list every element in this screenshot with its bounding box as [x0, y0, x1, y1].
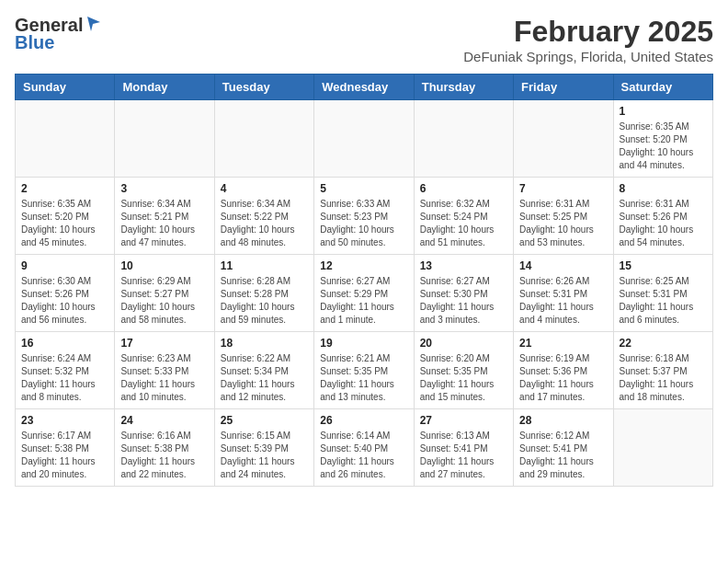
calendar-cell: 16Sunrise: 6:24 AM Sunset: 5:32 PM Dayli…: [16, 332, 115, 409]
day-info: Sunrise: 6:16 AM Sunset: 5:38 PM Dayligh…: [120, 430, 208, 481]
day-number: 14: [519, 259, 607, 272]
calendar-week-row: 2Sunrise: 6:35 AM Sunset: 5:20 PM Daylig…: [16, 178, 713, 255]
day-of-week-header: Wednesday: [314, 75, 414, 100]
day-info: Sunrise: 6:31 AM Sunset: 5:25 PM Dayligh…: [519, 198, 607, 249]
day-info: Sunrise: 6:23 AM Sunset: 5:33 PM Dayligh…: [120, 352, 208, 404]
day-number: 11: [221, 259, 308, 272]
calendar-cell: [314, 100, 414, 178]
day-number: 2: [21, 182, 108, 195]
day-info: Sunrise: 6:26 AM Sunset: 5:31 PM Dayligh…: [519, 275, 607, 327]
day-of-week-header: Monday: [115, 75, 214, 100]
day-number: 12: [320, 259, 407, 272]
day-of-week-header: Saturday: [613, 75, 712, 100]
svg-marker-0: [87, 17, 100, 31]
calendar-cell: 19Sunrise: 6:21 AM Sunset: 5:35 PM Dayli…: [314, 332, 414, 409]
day-number: 3: [120, 182, 208, 195]
day-info: Sunrise: 6:30 AM Sunset: 5:26 PM Dayligh…: [21, 275, 108, 327]
calendar-cell: 12Sunrise: 6:27 AM Sunset: 5:29 PM Dayli…: [314, 255, 414, 332]
day-of-week-header: Thursday: [414, 75, 513, 100]
day-info: Sunrise: 6:34 AM Sunset: 5:22 PM Dayligh…: [221, 198, 308, 249]
calendar-cell: 11Sunrise: 6:28 AM Sunset: 5:28 PM Dayli…: [214, 255, 313, 332]
day-number: 22: [620, 337, 707, 350]
calendar-cell: 27Sunrise: 6:13 AM Sunset: 5:41 PM Dayli…: [414, 409, 513, 487]
calendar-table: SundayMondayTuesdayWednesdayThursdayFrid…: [15, 74, 713, 487]
calendar-cell: 10Sunrise: 6:29 AM Sunset: 5:27 PM Dayli…: [115, 255, 214, 332]
calendar-cell: 5Sunrise: 6:33 AM Sunset: 5:23 PM Daylig…: [314, 178, 414, 255]
day-info: Sunrise: 6:28 AM Sunset: 5:28 PM Dayligh…: [221, 275, 308, 327]
logo-blue: Blue: [15, 32, 54, 53]
day-number: 20: [420, 337, 507, 350]
calendar-cell: 13Sunrise: 6:27 AM Sunset: 5:30 PM Dayli…: [414, 255, 513, 332]
day-number: 19: [320, 337, 407, 350]
calendar-cell: 21Sunrise: 6:19 AM Sunset: 5:36 PM Dayli…: [514, 332, 613, 409]
calendar-header-row: SundayMondayTuesdayWednesdayThursdayFrid…: [16, 75, 713, 100]
day-number: 24: [120, 414, 208, 427]
calendar-cell: 25Sunrise: 6:15 AM Sunset: 5:39 PM Dayli…: [214, 409, 313, 487]
day-number: 27: [420, 414, 507, 427]
calendar-cell: 22Sunrise: 6:18 AM Sunset: 5:37 PM Dayli…: [613, 332, 712, 409]
calendar-week-row: 16Sunrise: 6:24 AM Sunset: 5:32 PM Dayli…: [16, 332, 713, 409]
day-number: 18: [221, 337, 308, 350]
calendar-cell: 1Sunrise: 6:35 AM Sunset: 5:20 PM Daylig…: [613, 100, 712, 178]
day-of-week-header: Tuesday: [214, 75, 313, 100]
calendar-cell: 24Sunrise: 6:16 AM Sunset: 5:38 PM Dayli…: [115, 409, 214, 487]
day-info: Sunrise: 6:33 AM Sunset: 5:23 PM Dayligh…: [320, 198, 407, 249]
calendar-cell: [514, 100, 613, 178]
main-title: February 2025: [463, 15, 713, 49]
day-info: Sunrise: 6:29 AM Sunset: 5:27 PM Dayligh…: [120, 275, 208, 327]
day-number: 4: [221, 182, 308, 195]
calendar-cell: 9Sunrise: 6:30 AM Sunset: 5:26 PM Daylig…: [16, 255, 115, 332]
day-of-week-header: Sunday: [16, 75, 115, 100]
day-info: Sunrise: 6:19 AM Sunset: 5:36 PM Dayligh…: [519, 352, 607, 404]
calendar-cell: 7Sunrise: 6:31 AM Sunset: 5:25 PM Daylig…: [514, 178, 613, 255]
page-header: General Blue February 2025 DeFuniak Spri…: [15, 15, 713, 64]
day-info: Sunrise: 6:27 AM Sunset: 5:29 PM Dayligh…: [320, 275, 407, 327]
day-info: Sunrise: 6:20 AM Sunset: 5:35 PM Dayligh…: [420, 352, 507, 404]
day-number: 15: [620, 259, 707, 272]
day-of-week-header: Friday: [514, 75, 613, 100]
calendar-cell: 26Sunrise: 6:14 AM Sunset: 5:40 PM Dayli…: [314, 409, 414, 487]
calendar-week-row: 9Sunrise: 6:30 AM Sunset: 5:26 PM Daylig…: [16, 255, 713, 332]
calendar-cell: 6Sunrise: 6:32 AM Sunset: 5:24 PM Daylig…: [414, 178, 513, 255]
calendar-cell: 8Sunrise: 6:31 AM Sunset: 5:26 PM Daylig…: [613, 178, 712, 255]
day-number: 8: [620, 182, 707, 195]
calendar-cell: [414, 100, 513, 178]
calendar-cell: [214, 100, 313, 178]
day-info: Sunrise: 6:13 AM Sunset: 5:41 PM Dayligh…: [420, 430, 507, 481]
day-number: 25: [221, 414, 308, 427]
day-number: 6: [420, 182, 507, 195]
day-info: Sunrise: 6:18 AM Sunset: 5:37 PM Dayligh…: [620, 352, 707, 404]
day-number: 10: [120, 259, 208, 272]
calendar-cell: 4Sunrise: 6:34 AM Sunset: 5:22 PM Daylig…: [214, 178, 313, 255]
day-info: Sunrise: 6:14 AM Sunset: 5:40 PM Dayligh…: [320, 430, 407, 481]
day-info: Sunrise: 6:32 AM Sunset: 5:24 PM Dayligh…: [420, 198, 507, 249]
day-number: 21: [519, 337, 607, 350]
calendar-cell: 14Sunrise: 6:26 AM Sunset: 5:31 PM Dayli…: [514, 255, 613, 332]
day-info: Sunrise: 6:12 AM Sunset: 5:41 PM Dayligh…: [519, 430, 607, 481]
calendar-cell: 3Sunrise: 6:34 AM Sunset: 5:21 PM Daylig…: [115, 178, 214, 255]
day-info: Sunrise: 6:21 AM Sunset: 5:35 PM Dayligh…: [320, 352, 407, 404]
day-number: 23: [21, 414, 108, 427]
day-info: Sunrise: 6:22 AM Sunset: 5:34 PM Dayligh…: [221, 352, 308, 404]
day-info: Sunrise: 6:15 AM Sunset: 5:39 PM Dayligh…: [221, 430, 308, 481]
logo: General Blue: [15, 15, 100, 53]
day-info: Sunrise: 6:25 AM Sunset: 5:31 PM Dayligh…: [620, 275, 707, 327]
calendar-cell: 17Sunrise: 6:23 AM Sunset: 5:33 PM Dayli…: [115, 332, 214, 409]
day-info: Sunrise: 6:24 AM Sunset: 5:32 PM Dayligh…: [21, 352, 108, 404]
day-info: Sunrise: 6:31 AM Sunset: 5:26 PM Dayligh…: [620, 198, 707, 249]
calendar-cell: [115, 100, 214, 178]
day-info: Sunrise: 6:34 AM Sunset: 5:21 PM Dayligh…: [120, 198, 208, 249]
calendar-cell: [16, 100, 115, 178]
day-info: Sunrise: 6:27 AM Sunset: 5:30 PM Dayligh…: [420, 275, 507, 327]
day-number: 13: [420, 259, 507, 272]
logo-bird-icon: [84, 15, 100, 31]
day-number: 16: [21, 337, 108, 350]
calendar-week-row: 23Sunrise: 6:17 AM Sunset: 5:38 PM Dayli…: [16, 409, 713, 487]
day-number: 17: [120, 337, 208, 350]
day-number: 7: [519, 182, 607, 195]
calendar-week-row: 1Sunrise: 6:35 AM Sunset: 5:20 PM Daylig…: [16, 100, 713, 178]
calendar-cell: 15Sunrise: 6:25 AM Sunset: 5:31 PM Dayli…: [613, 255, 712, 332]
day-number: 1: [620, 105, 707, 118]
day-info: Sunrise: 6:17 AM Sunset: 5:38 PM Dayligh…: [21, 430, 108, 481]
calendar-cell: 20Sunrise: 6:20 AM Sunset: 5:35 PM Dayli…: [414, 332, 513, 409]
